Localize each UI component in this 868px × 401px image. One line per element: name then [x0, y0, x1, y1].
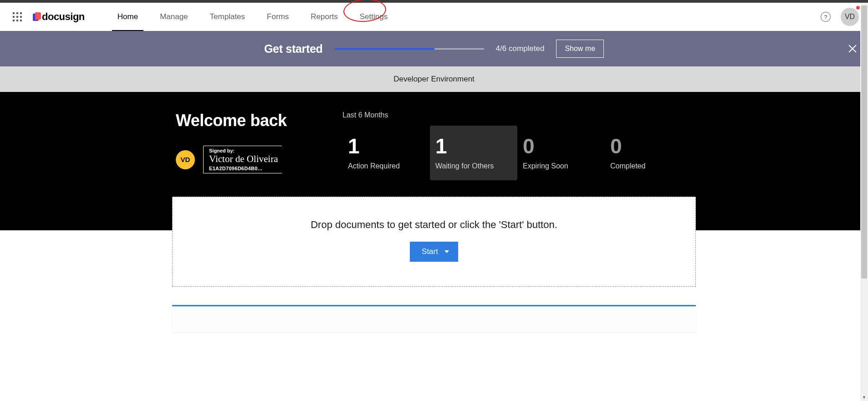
stat-card-expiring-soon[interactable]: 0Expiring Soon — [517, 126, 605, 180]
vertical-scrollbar[interactable]: ▼ — [860, 3, 868, 401]
brand-name: docusign — [42, 11, 85, 23]
stats-column: Last 6 Months 1Action Required1Waiting f… — [342, 111, 692, 180]
banner-close-icon[interactable] — [847, 43, 858, 54]
chevron-down-icon — [444, 250, 449, 253]
dev-environment-strip: Developer Environment — [0, 66, 868, 92]
dropzone[interactable]: Drop documents to get started or click t… — [172, 197, 696, 287]
signature-block[interactable]: VD Signed by: Victor de Oliveira E1A2D70… — [176, 146, 317, 173]
stat-value: 0 — [610, 134, 687, 158]
nav-home-label: Home — [117, 12, 138, 21]
nav-settings[interactable]: Settings — [349, 3, 398, 31]
nav-forms[interactable]: Forms — [256, 3, 300, 31]
user-avatar-initials: VD — [845, 13, 855, 21]
stat-label: Waiting for Others — [435, 162, 512, 170]
banner-status: 4/6 completed — [496, 44, 545, 53]
stat-card-action-required[interactable]: 1Action Required — [342, 126, 430, 180]
stats-grid: 1Action Required1Waiting for Others0Expi… — [342, 126, 692, 180]
user-avatar[interactable]: VD — [841, 8, 859, 26]
signed-by-label: Signed by: — [209, 148, 278, 153]
stat-value: 1 — [435, 134, 512, 158]
welcome-column: Welcome back VD Signed by: Victor de Oli… — [176, 111, 317, 173]
banner-title: Get started — [264, 42, 323, 56]
notification-dot-icon — [856, 6, 860, 10]
banner-progress-fill — [335, 48, 435, 50]
signature-avatar-initials: VD — [181, 156, 190, 163]
nav-links: Home Manage Templates Forms Reports Sett… — [107, 3, 398, 31]
app-grid-icon[interactable] — [13, 12, 22, 21]
stats-range-label: Last 6 Months — [342, 111, 692, 119]
top-nav: docusign Home Manage Templates Forms Rep… — [0, 3, 868, 31]
signature-frame: Signed by: Victor de Oliveira E1A2D7096D… — [203, 146, 282, 173]
brand-logo[interactable]: docusign — [33, 11, 85, 23]
start-button[interactable]: Start — [410, 242, 458, 262]
nav-templates[interactable]: Templates — [199, 3, 256, 31]
get-started-banner: Get started 4/6 completed Show me — [0, 31, 868, 66]
scrollbar-thumb[interactable] — [861, 5, 867, 279]
show-me-button-label: Show me — [565, 45, 595, 52]
stat-label: Completed — [610, 162, 687, 170]
avatar-wrapper: VD — [841, 8, 859, 26]
nav-manage-label: Manage — [160, 12, 188, 21]
signature-name: Victor de Oliveira — [209, 154, 278, 164]
dropzone-text: Drop documents to get started or click t… — [182, 219, 686, 231]
scrollbar-down-arrow-icon[interactable]: ▼ — [861, 394, 867, 401]
nav-forms-label: Forms — [267, 12, 289, 21]
signature-avatar: VD — [176, 150, 195, 169]
nav-manage[interactable]: Manage — [149, 3, 199, 31]
nav-reports-label: Reports — [311, 12, 338, 21]
nav-settings-label: Settings — [360, 12, 388, 21]
stat-card-waiting-for-others[interactable]: 1Waiting for Others — [430, 126, 517, 180]
next-section-card — [172, 305, 696, 332]
help-icon[interactable]: ? — [821, 12, 831, 22]
banner-progress — [335, 48, 484, 50]
nav-templates-label: Templates — [210, 12, 245, 21]
dev-environment-label: Developer Environment — [393, 75, 475, 83]
stat-card-completed[interactable]: 0Completed — [605, 126, 692, 180]
show-me-button[interactable]: Show me — [556, 40, 604, 58]
start-button-label: Start — [422, 247, 438, 256]
nav-home[interactable]: Home — [107, 3, 149, 31]
nav-right: ? VD — [821, 8, 859, 26]
stat-label: Action Required — [348, 162, 424, 170]
stat-label: Expiring Soon — [523, 162, 599, 170]
stat-value: 1 — [348, 134, 424, 158]
nav-reports[interactable]: Reports — [300, 3, 349, 31]
signature-id: E1A2D7096D6D4B0… — [209, 166, 278, 171]
logo-mark-icon — [33, 12, 41, 21]
welcome-title: Welcome back — [176, 111, 317, 130]
stat-value: 0 — [523, 134, 599, 158]
